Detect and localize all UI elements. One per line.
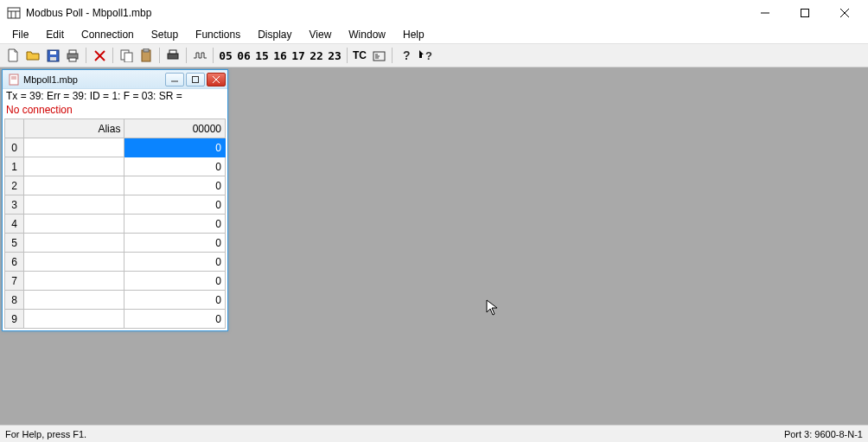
row-index[interactable]: 5 <box>5 234 24 253</box>
row-index[interactable]: 0 <box>5 138 24 157</box>
value-cell[interactable]: 0 <box>124 138 226 157</box>
mdi-child-window[interactable]: Mbpoll1.mbp Tx = 39: Err = 39: ID = 1: F… <box>2 69 228 331</box>
col-alias[interactable]: Alias <box>23 119 124 138</box>
tc-button[interactable]: TC <box>351 46 368 65</box>
delete-button[interactable] <box>90 46 109 65</box>
menu-setup[interactable]: Setup <box>143 27 187 42</box>
title-bar: Modbus Poll - Mbpoll1.mbp <box>0 0 868 26</box>
svg-rect-21 <box>169 50 176 54</box>
fc-05-button[interactable]: 05 <box>217 46 234 65</box>
print-preview-button[interactable] <box>163 46 182 65</box>
table-row[interactable]: 40 <box>5 215 226 234</box>
menu-edit[interactable]: Edit <box>37 27 73 42</box>
mdi-minimize-button[interactable] <box>165 73 184 86</box>
save-button[interactable] <box>43 46 62 65</box>
value-cell[interactable]: 0 <box>124 195 226 215</box>
svg-rect-17 <box>124 53 132 62</box>
app-icon <box>7 6 21 20</box>
table-row[interactable]: 60 <box>5 253 226 272</box>
menu-window[interactable]: Window <box>340 27 394 42</box>
maximize-button[interactable] <box>785 0 825 26</box>
pulse-icon[interactable] <box>190 46 209 65</box>
svg-text:?: ? <box>425 49 432 62</box>
menu-view[interactable]: View <box>301 27 341 42</box>
window-title-text: Modbus Poll - Mbpoll1.mbp <box>26 7 745 19</box>
table-row[interactable]: 70 <box>5 272 226 291</box>
row-index[interactable]: 1 <box>5 157 24 176</box>
value-cell[interactable]: 0 <box>124 215 226 234</box>
mdi-close-button[interactable] <box>207 73 226 86</box>
open-button[interactable] <box>23 46 42 65</box>
close-button[interactable] <box>825 0 865 26</box>
minimize-button[interactable] <box>745 0 785 26</box>
alias-cell[interactable] <box>23 195 124 215</box>
svg-rect-12 <box>69 50 76 54</box>
mdi-maximize-button[interactable] <box>186 73 205 86</box>
register-grid[interactable]: Alias 00000 00102030405060708090 <box>4 119 226 329</box>
alias-cell[interactable] <box>23 253 124 272</box>
menu-display[interactable]: Display <box>249 27 300 42</box>
about-button[interactable]: ? <box>396 46 415 65</box>
value-cell[interactable]: 0 <box>124 176 226 195</box>
table-row[interactable]: 30 <box>5 195 226 215</box>
svg-rect-20 <box>168 54 178 59</box>
alias-cell[interactable] <box>23 272 124 291</box>
table-row[interactable]: 10 <box>5 157 226 176</box>
table-row[interactable]: 90 <box>5 310 226 329</box>
value-cell[interactable]: 0 <box>124 291 226 310</box>
paste-button[interactable] <box>137 46 156 65</box>
alias-cell[interactable] <box>23 310 124 329</box>
alias-cell[interactable] <box>23 176 124 195</box>
table-row[interactable]: 50 <box>5 234 226 253</box>
alias-cell[interactable] <box>23 138 124 157</box>
table-row[interactable]: 80 <box>5 291 226 310</box>
menu-bar: File Edit Connection Setup Functions Dis… <box>0 26 868 43</box>
fc-06-button[interactable]: 06 <box>235 46 252 65</box>
svg-text:?: ? <box>403 49 411 62</box>
mdi-child-titlebar[interactable]: Mbpoll1.mbp <box>3 70 227 89</box>
value-cell[interactable]: 0 <box>124 253 226 272</box>
value-cell[interactable]: 0 <box>124 234 226 253</box>
toolbar-separator <box>347 48 348 63</box>
alias-cell[interactable] <box>23 291 124 310</box>
new-button[interactable] <box>3 46 22 65</box>
row-index[interactable]: 9 <box>5 310 24 329</box>
value-cell[interactable]: 0 <box>124 272 226 291</box>
alias-cell[interactable] <box>23 234 124 253</box>
row-index[interactable]: 8 <box>5 291 24 310</box>
status-help-text: For Help, press F1. <box>5 429 784 439</box>
fc-16-button[interactable]: 16 <box>271 46 289 65</box>
value-cell[interactable]: 0 <box>124 310 226 329</box>
toolbar-separator <box>86 48 86 63</box>
menu-file[interactable]: File <box>3 27 37 42</box>
row-index[interactable]: 2 <box>5 176 24 195</box>
mdi-child-title-text: Mbpoll1.mbp <box>23 74 163 85</box>
test-button[interactable] <box>369 46 388 65</box>
value-cell[interactable]: 0 <box>124 157 226 176</box>
toolbar-separator <box>186 48 187 63</box>
col-register[interactable]: 00000 <box>124 119 226 138</box>
menu-connection[interactable]: Connection <box>73 27 143 42</box>
toolbar-separator <box>213 48 214 63</box>
context-help-button[interactable]: ? <box>416 46 435 65</box>
svg-rect-9 <box>50 51 56 54</box>
svg-rect-19 <box>144 48 149 52</box>
menu-help[interactable]: Help <box>394 27 433 42</box>
print-button[interactable] <box>63 46 82 65</box>
table-row[interactable]: 20 <box>5 176 226 195</box>
menu-functions[interactable]: Functions <box>187 27 249 42</box>
fc-17-button[interactable]: 17 <box>290 46 307 65</box>
copy-button[interactable] <box>117 46 136 65</box>
table-row[interactable]: 00 <box>5 138 226 157</box>
alias-cell[interactable] <box>23 157 124 176</box>
fc-15-button[interactable]: 15 <box>253 46 271 65</box>
row-index[interactable]: 7 <box>5 272 24 291</box>
fc-23-button[interactable]: 23 <box>326 46 343 65</box>
row-index[interactable]: 3 <box>5 195 24 215</box>
alias-cell[interactable] <box>23 215 124 234</box>
mdi-workspace: Mbpoll1.mbp Tx = 39: Err = 39: ID = 1: F… <box>0 67 868 425</box>
fc-22-button[interactable]: 22 <box>308 46 325 65</box>
row-index[interactable]: 6 <box>5 253 24 272</box>
row-index[interactable]: 4 <box>5 215 24 234</box>
toolbar-separator <box>112 48 113 63</box>
